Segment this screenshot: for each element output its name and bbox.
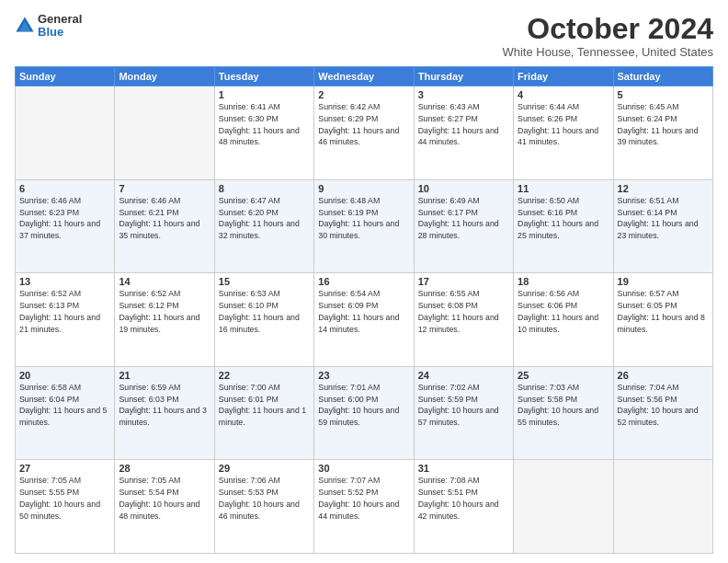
day-info: Sunrise: 6:49 AMSunset: 6:17 PMDaylight:…: [418, 195, 509, 242]
day-info: Sunrise: 6:47 AMSunset: 6:20 PMDaylight:…: [219, 195, 310, 242]
day-number: 8: [219, 183, 310, 194]
day-info: Sunrise: 7:00 AMSunset: 6:01 PMDaylight:…: [219, 382, 310, 429]
day-info: Sunrise: 7:05 AMSunset: 5:55 PMDaylight:…: [19, 475, 110, 522]
calendar-header-wednesday: Wednesday: [314, 67, 414, 86]
calendar-header-saturday: Saturday: [613, 67, 712, 86]
day-info: Sunrise: 6:53 AMSunset: 6:10 PMDaylight:…: [219, 288, 310, 335]
calendar-week-row: 27Sunrise: 7:05 AMSunset: 5:55 PMDayligh…: [16, 460, 713, 554]
day-number: 14: [119, 276, 210, 287]
calendar-header-sunday: Sunday: [16, 67, 115, 86]
day-number: 1: [219, 89, 310, 100]
calendar-cell: 17Sunrise: 6:55 AMSunset: 6:08 PMDayligh…: [414, 273, 513, 367]
calendar-cell: 22Sunrise: 7:00 AMSunset: 6:01 PMDayligh…: [214, 366, 313, 460]
month-title: October 2024: [502, 13, 713, 45]
calendar-cell: 7Sunrise: 6:46 AMSunset: 6:21 PMDaylight…: [115, 179, 214, 273]
calendar-cell: 4Sunrise: 6:44 AMSunset: 6:26 PMDaylight…: [514, 86, 613, 180]
day-info: Sunrise: 6:46 AMSunset: 6:23 PMDaylight:…: [19, 195, 110, 242]
calendar-week-row: 20Sunrise: 6:58 AMSunset: 6:04 PMDayligh…: [16, 366, 713, 460]
day-number: 12: [618, 183, 709, 194]
page: General Blue October 2024 White House, T…: [0, 0, 728, 563]
title-block: October 2024 White House, Tennessee, Uni…: [502, 13, 713, 59]
day-info: Sunrise: 7:01 AMSunset: 6:00 PMDaylight:…: [318, 382, 409, 429]
day-number: 13: [19, 276, 110, 287]
calendar-cell: 29Sunrise: 7:06 AMSunset: 5:53 PMDayligh…: [214, 460, 313, 554]
calendar-cell: 18Sunrise: 6:56 AMSunset: 6:06 PMDayligh…: [514, 273, 613, 367]
header: General Blue October 2024 White House, T…: [15, 13, 713, 59]
day-number: 6: [19, 183, 110, 194]
day-number: 29: [219, 463, 310, 474]
day-info: Sunrise: 6:42 AMSunset: 6:29 PMDaylight:…: [318, 101, 409, 148]
calendar-header-tuesday: Tuesday: [214, 67, 313, 86]
day-info: Sunrise: 7:08 AMSunset: 5:51 PMDaylight:…: [418, 475, 509, 522]
day-info: Sunrise: 6:41 AMSunset: 6:30 PMDaylight:…: [219, 101, 310, 148]
calendar-cell: 15Sunrise: 6:53 AMSunset: 6:10 PMDayligh…: [214, 273, 313, 367]
calendar-cell: 23Sunrise: 7:01 AMSunset: 6:00 PMDayligh…: [314, 366, 414, 460]
day-info: Sunrise: 6:43 AMSunset: 6:27 PMDaylight:…: [418, 101, 509, 148]
calendar-cell: 21Sunrise: 6:59 AMSunset: 6:03 PMDayligh…: [115, 366, 214, 460]
day-number: 23: [318, 370, 409, 381]
calendar-cell: 19Sunrise: 6:57 AMSunset: 6:05 PMDayligh…: [613, 273, 712, 367]
day-info: Sunrise: 6:54 AMSunset: 6:09 PMDaylight:…: [318, 288, 409, 335]
day-number: 15: [219, 276, 310, 287]
day-info: Sunrise: 6:57 AMSunset: 6:05 PMDaylight:…: [618, 288, 709, 335]
day-number: 5: [618, 89, 709, 100]
calendar-header-thursday: Thursday: [414, 67, 513, 86]
day-number: 7: [119, 183, 210, 194]
calendar-cell: 24Sunrise: 7:02 AMSunset: 5:59 PMDayligh…: [414, 366, 513, 460]
day-info: Sunrise: 6:58 AMSunset: 6:04 PMDaylight:…: [19, 382, 110, 429]
day-info: Sunrise: 6:45 AMSunset: 6:24 PMDaylight:…: [618, 101, 709, 148]
calendar-week-row: 1Sunrise: 6:41 AMSunset: 6:30 PMDaylight…: [16, 86, 713, 180]
day-number: 9: [318, 183, 409, 194]
calendar-cell: [16, 86, 115, 180]
day-number: 19: [618, 276, 709, 287]
logo: General Blue: [15, 13, 82, 40]
day-number: 16: [318, 276, 409, 287]
calendar-cell: [514, 460, 613, 554]
day-number: 18: [518, 276, 609, 287]
calendar-cell: 11Sunrise: 6:50 AMSunset: 6:16 PMDayligh…: [514, 179, 613, 273]
day-number: 22: [219, 370, 310, 381]
calendar-cell: 20Sunrise: 6:58 AMSunset: 6:04 PMDayligh…: [16, 366, 115, 460]
day-number: 3: [418, 89, 509, 100]
day-info: Sunrise: 6:46 AMSunset: 6:21 PMDaylight:…: [119, 195, 210, 242]
calendar-header-friday: Friday: [514, 67, 613, 86]
calendar-cell: 12Sunrise: 6:51 AMSunset: 6:14 PMDayligh…: [613, 179, 712, 273]
day-number: 20: [19, 370, 110, 381]
calendar-week-row: 6Sunrise: 6:46 AMSunset: 6:23 PMDaylight…: [16, 179, 713, 273]
day-info: Sunrise: 6:52 AMSunset: 6:12 PMDaylight:…: [119, 288, 210, 335]
day-number: 31: [418, 463, 509, 474]
calendar-cell: [115, 86, 214, 180]
calendar-cell: 2Sunrise: 6:42 AMSunset: 6:29 PMDaylight…: [314, 86, 414, 180]
calendar-cell: 16Sunrise: 6:54 AMSunset: 6:09 PMDayligh…: [314, 273, 414, 367]
calendar-cell: 26Sunrise: 7:04 AMSunset: 5:56 PMDayligh…: [613, 366, 712, 460]
calendar-cell: 8Sunrise: 6:47 AMSunset: 6:20 PMDaylight…: [214, 179, 313, 273]
calendar-cell: 6Sunrise: 6:46 AMSunset: 6:23 PMDaylight…: [16, 179, 115, 273]
calendar-cell: 31Sunrise: 7:08 AMSunset: 5:51 PMDayligh…: [414, 460, 513, 554]
day-info: Sunrise: 6:55 AMSunset: 6:08 PMDaylight:…: [418, 288, 509, 335]
day-number: 24: [418, 370, 509, 381]
day-info: Sunrise: 6:51 AMSunset: 6:14 PMDaylight:…: [618, 195, 709, 242]
calendar-cell: 9Sunrise: 6:48 AMSunset: 6:19 PMDaylight…: [314, 179, 414, 273]
day-info: Sunrise: 6:44 AMSunset: 6:26 PMDaylight:…: [518, 101, 609, 148]
day-info: Sunrise: 7:07 AMSunset: 5:52 PMDaylight:…: [318, 475, 409, 522]
calendar-cell: 5Sunrise: 6:45 AMSunset: 6:24 PMDaylight…: [613, 86, 712, 180]
logo-text: General Blue: [38, 13, 82, 40]
calendar-cell: 27Sunrise: 7:05 AMSunset: 5:55 PMDayligh…: [16, 460, 115, 554]
day-number: 30: [318, 463, 409, 474]
day-number: 26: [618, 370, 709, 381]
day-number: 2: [318, 89, 409, 100]
calendar-cell: 28Sunrise: 7:05 AMSunset: 5:54 PMDayligh…: [115, 460, 214, 554]
day-number: 27: [19, 463, 110, 474]
calendar-cell: 3Sunrise: 6:43 AMSunset: 6:27 PMDaylight…: [414, 86, 513, 180]
calendar-header-row: SundayMondayTuesdayWednesdayThursdayFrid…: [16, 67, 713, 86]
location: White House, Tennessee, United States: [502, 45, 713, 59]
day-number: 17: [418, 276, 509, 287]
day-info: Sunrise: 7:02 AMSunset: 5:59 PMDaylight:…: [418, 382, 509, 429]
day-info: Sunrise: 6:56 AMSunset: 6:06 PMDaylight:…: [518, 288, 609, 335]
calendar-cell: [613, 460, 712, 554]
day-number: 11: [518, 183, 609, 194]
calendar-cell: 30Sunrise: 7:07 AMSunset: 5:52 PMDayligh…: [314, 460, 414, 554]
calendar-cell: 1Sunrise: 6:41 AMSunset: 6:30 PMDaylight…: [214, 86, 313, 180]
logo-icon: [15, 16, 35, 36]
logo-blue: Blue: [38, 26, 82, 39]
